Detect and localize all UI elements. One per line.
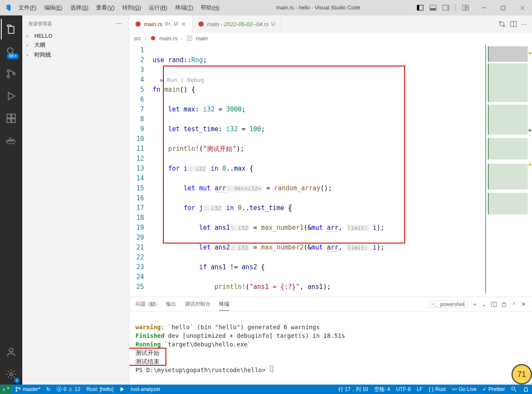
svg-point-13	[7, 48, 13, 53]
status-problems[interactable]: ⓧ0 ⚠12	[54, 385, 83, 394]
rust-file-icon	[198, 21, 204, 27]
explorer-sidebar: 资源管理器 ⋯ ›HELLO ›大纲 ›时间线	[22, 15, 129, 385]
sidebar-more-icon[interactable]: ⋯	[116, 20, 123, 27]
window-controls	[474, 0, 532, 15]
status-sync[interactable]: ↻	[43, 385, 54, 394]
sidebar-title: 资源管理器	[28, 21, 52, 27]
terminal-content[interactable]: warning: `hello` (bin "hello") generated…	[129, 312, 532, 385]
svg-point-38	[16, 387, 17, 388]
svg-rect-6	[463, 5, 465, 10]
menu-help[interactable]: 帮助(H)	[198, 3, 222, 13]
menu-view[interactable]: 查看(V)	[93, 3, 117, 13]
menu-selection[interactable]: 选择(S)	[67, 3, 92, 13]
minimap[interactable]	[485, 44, 532, 297]
breadcrumb[interactable]: src› main.rs› main	[129, 33, 532, 44]
panel-maximize-icon[interactable]: ＾	[511, 301, 517, 308]
status-eol[interactable]: LF	[414, 385, 426, 394]
svg-rect-18	[7, 114, 11, 118]
panel-tab-output[interactable]: 输出	[166, 298, 176, 310]
chevron-right-icon: ›	[27, 43, 32, 48]
svg-point-31	[503, 25, 505, 27]
panel-tab-terminal[interactable]: 终端	[219, 298, 229, 311]
tab-main-rs[interactable]: main.rs 9+, M ✕	[129, 15, 192, 33]
terminal-profile-selector[interactable]: >_powershell	[429, 301, 468, 308]
accounts-icon[interactable]	[1, 342, 21, 362]
menu-go[interactable]: 转到(G)	[119, 3, 144, 13]
toggle-panel-icon[interactable]	[427, 2, 439, 14]
settings-badge: 1	[14, 378, 20, 383]
tab-actions: ⋯	[498, 15, 532, 33]
sidebar-title-row: 资源管理器 ⋯	[22, 15, 129, 32]
code-content[interactable]: use rand::Rng; ▶ Run | Debug fn main() {…	[150, 44, 485, 297]
vscode-logo-icon	[0, 4, 15, 12]
status-encoding[interactable]: UTF-8	[393, 385, 414, 394]
sidebar-item-project[interactable]: ›HELLO	[22, 32, 129, 40]
close-window-button[interactable]	[513, 0, 532, 15]
kill-terminal-icon[interactable]	[501, 301, 507, 307]
settings-gear-icon[interactable]: 1	[1, 364, 21, 385]
maximize-button[interactable]	[493, 0, 513, 15]
status-prettier[interactable]: ✓ Prettier	[479, 385, 508, 394]
status-language[interactable]: { } Rust	[426, 385, 449, 394]
compare-changes-icon[interactable]	[498, 20, 506, 28]
run-debug-icon[interactable]	[1, 86, 21, 106]
tab-more-icon[interactable]: ⋯	[521, 21, 527, 27]
sidebar-item-outline[interactable]: ›大纲	[22, 40, 129, 50]
chevron-right-icon: ›	[27, 34, 32, 39]
activity-bar: 6K+ 1	[0, 15, 22, 385]
sidebar-item-timeline[interactable]: ›时间线	[22, 50, 129, 60]
customize-layout-icon[interactable]	[460, 2, 472, 14]
source-control-icon[interactable]	[1, 63, 21, 84]
panel-tab-debug-console[interactable]: 调试控制台	[185, 298, 210, 310]
status-rust-analyzer[interactable]: rust-analyzer	[128, 385, 163, 394]
chevron-right-icon: ›	[27, 53, 32, 57]
svg-rect-1	[417, 5, 419, 10]
status-bar: master* ↻ ⓧ0 ⚠12 Rust: [hello] rust-anal…	[0, 385, 532, 394]
search-icon[interactable]: 6K+	[1, 41, 21, 62]
window-title: main.rs - hello - Visual Studio Code	[222, 5, 414, 11]
panel-tab-problems[interactable]: 问题12	[135, 298, 157, 310]
status-branch[interactable]: master*	[12, 385, 43, 394]
svg-point-41	[454, 388, 455, 390]
docker-icon[interactable]	[1, 130, 21, 151]
tab-diff-file[interactable]: main - 2022-05-02--04.rs U	[192, 15, 280, 33]
toggle-sidebar-left-icon[interactable]	[414, 2, 426, 14]
explorer-icon[interactable]	[1, 19, 21, 39]
status-run-icon[interactable]	[117, 385, 128, 394]
editor-tabs: main.rs 9+, M ✕ main - 2022-05-02--04.rs…	[129, 15, 532, 33]
extensions-icon[interactable]	[1, 108, 21, 129]
menu-terminal[interactable]: 终端(T)	[172, 3, 196, 13]
remote-indicator[interactable]	[0, 385, 12, 394]
svg-point-42	[512, 387, 515, 390]
svg-rect-5	[447, 5, 449, 10]
tab-close-icon[interactable]: ✕	[180, 20, 187, 28]
terminal-dropdown-icon[interactable]: ⌄	[482, 301, 487, 307]
svg-rect-8	[466, 8, 469, 10]
split-editor-icon[interactable]	[510, 21, 517, 27]
panel-close-icon[interactable]: ✕	[521, 301, 526, 307]
status-feedback-icon[interactable]	[508, 385, 520, 394]
toggle-sidebar-right-icon[interactable]	[440, 2, 452, 14]
svg-point-17	[13, 72, 15, 75]
menu-edit[interactable]: 编辑(E)	[41, 3, 66, 13]
menu-run[interactable]: 运行(R)	[146, 3, 170, 13]
split-terminal-icon[interactable]	[491, 301, 497, 307]
svg-point-30	[499, 21, 501, 23]
svg-rect-10	[501, 6, 505, 10]
svg-rect-3	[430, 8, 436, 10]
status-cursor-position[interactable]: 行 17，列 10	[335, 385, 371, 394]
new-terminal-icon[interactable]: ＋	[472, 301, 478, 308]
minimize-button[interactable]	[474, 0, 493, 15]
symbol-function-icon	[186, 35, 192, 41]
status-rust-project[interactable]: Rust: [hello]	[83, 385, 116, 394]
svg-rect-19	[7, 119, 11, 123]
editor[interactable]: 1234567891011121314151617181920212223242…	[129, 44, 532, 297]
panel-tabs: 问题12 输出 调试控制台 终端 >_powershell ＋ ⌄ ＾ ✕	[129, 297, 532, 312]
svg-point-28	[135, 21, 141, 27]
status-go-live[interactable]: Go Live	[449, 385, 479, 394]
title-bar: 文件(F) 编辑(E) 选择(S) 查看(V) 转到(G) 运行(R) 终端(T…	[0, 0, 532, 15]
menu-file[interactable]: 文件(F)	[15, 3, 39, 13]
status-notifications-icon[interactable]	[520, 385, 532, 394]
codelens-run-debug[interactable]: ▶ Run | Debug	[160, 77, 204, 83]
status-indent[interactable]: 空格: 4	[371, 385, 393, 394]
